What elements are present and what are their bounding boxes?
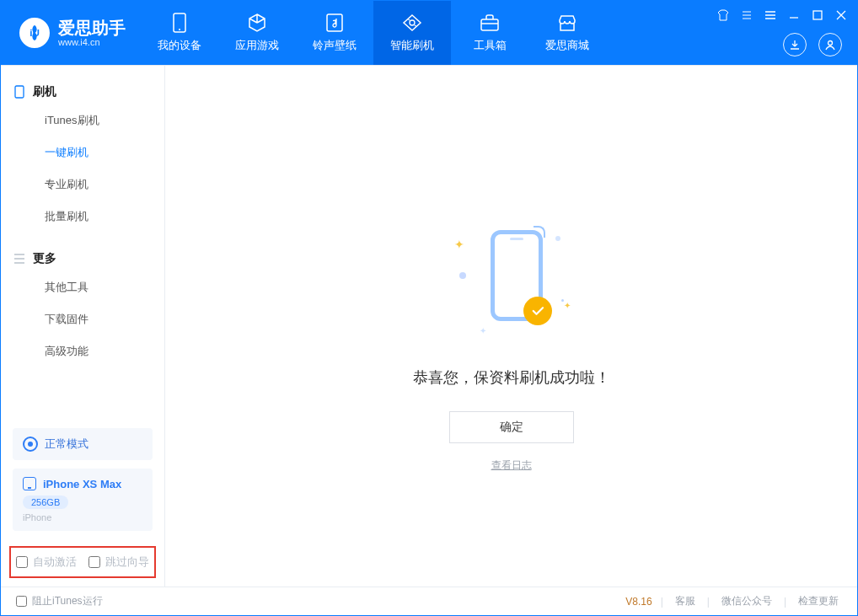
sparkle-icon: ✦ — [480, 326, 486, 335]
tab-label: 爱思商城 — [545, 38, 589, 53]
svg-rect-7 — [15, 86, 24, 98]
tab-my-device[interactable]: 我的设备 — [141, 1, 218, 65]
version-label: V8.16 — [625, 596, 652, 608]
download-icon[interactable] — [783, 33, 807, 56]
window-controls-small — [716, 8, 849, 23]
svg-rect-3 — [327, 14, 342, 31]
checkbox-label: 跳过向导 — [105, 554, 149, 570]
sparkle-icon: ✦ — [454, 238, 464, 251]
main-area: ✦ ✦ ✦ 恭喜您，保资料刷机成功啦！ 确定 查看日志 — [165, 66, 857, 587]
group-title: 更多 — [33, 251, 56, 266]
sidebar-item-onekey-flash[interactable]: 一键刷机 — [1, 137, 164, 169]
separator: | — [707, 596, 710, 608]
device-name: iPhone XS Max — [43, 478, 121, 490]
tab-ringtone-wallpaper[interactable]: 铃声壁纸 — [296, 1, 373, 65]
svg-point-6 — [829, 41, 833, 46]
status-link-support[interactable]: 客服 — [672, 594, 699, 608]
shop-icon — [557, 13, 577, 33]
app-window: iU 爱思助手 www.i4.cn 我的设备 应用游戏 铃声壁纸 智能刷 — [0, 0, 858, 616]
header-actions — [783, 33, 842, 56]
dot-icon — [561, 299, 564, 302]
success-message: 恭喜您，保资料刷机成功啦！ — [413, 367, 610, 388]
dot-icon — [555, 236, 560, 241]
cube-icon — [247, 13, 267, 33]
minimize-icon[interactable] — [786, 8, 802, 23]
sidebar-item-other-tools[interactable]: 其他工具 — [1, 271, 164, 303]
sidebar-item-pro-flash[interactable]: 专业刷机 — [1, 169, 164, 201]
tab-label: 工具箱 — [474, 38, 507, 53]
sidebar-group-more: 更多 — [1, 244, 164, 271]
checkbox-input[interactable] — [16, 556, 28, 568]
tab-label: 智能刷机 — [390, 38, 434, 53]
tab-label: 铃声壁纸 — [313, 38, 357, 53]
user-icon[interactable] — [818, 33, 842, 56]
tab-label: 应用游戏 — [235, 38, 279, 53]
svg-point-2 — [179, 29, 180, 30]
view-log-link[interactable]: 查看日志 — [491, 458, 532, 473]
mode-icon — [23, 437, 38, 452]
confirm-button[interactable]: 确定 — [449, 411, 574, 443]
status-block-itunes[interactable]: 阻止iTunes运行 — [16, 594, 103, 608]
hamburger-icon — [13, 252, 26, 265]
sidebar-scroll: 刷机 iTunes刷机 一键刷机 专业刷机 批量刷机 更多 其他工具 下载固件 … — [1, 66, 164, 428]
close-icon[interactable] — [834, 8, 849, 23]
logo-area: iU 爱思助手 www.i4.cn — [1, 1, 141, 65]
checkbox-input[interactable] — [88, 556, 100, 568]
brand-name: 爱思助手 — [58, 19, 126, 37]
brand-url: www.i4.cn — [58, 37, 126, 47]
tab-smart-flash[interactable]: 智能刷机 — [373, 1, 451, 65]
tab-apps-games[interactable]: 应用游戏 — [218, 1, 296, 65]
options-row: 自动激活 跳过向导 — [9, 546, 156, 578]
mode-label: 正常模式 — [45, 437, 88, 452]
list-icon[interactable] — [739, 8, 754, 23]
success-illustration: ✦ ✦ ✦ — [453, 226, 571, 344]
sidebar-item-batch-flash[interactable]: 批量刷机 — [1, 201, 164, 233]
device-capacity: 256GB — [23, 495, 68, 509]
separator: | — [784, 596, 786, 608]
device-icon — [169, 13, 190, 33]
status-block-itunes-label: 阻止iTunes运行 — [32, 594, 103, 608]
device-box[interactable]: iPhone XS Max 256GB iPhone — [13, 469, 153, 531]
refresh-icon — [402, 13, 422, 33]
svg-rect-5 — [813, 11, 822, 19]
tab-toolbox[interactable]: 工具箱 — [451, 1, 528, 65]
toolbox-icon — [480, 13, 500, 33]
menu-icon[interactable] — [763, 8, 778, 23]
dot-icon — [459, 272, 466, 279]
checkbox-auto-activate[interactable]: 自动激活 — [16, 554, 77, 570]
logo-text: 爱思助手 www.i4.cn — [58, 19, 126, 47]
checkbox-label: 自动激活 — [33, 554, 77, 570]
statusbar: 阻止iTunes运行 V8.16 | 客服 | 微信公众号 | 检查更新 — [1, 587, 857, 615]
phone-small-icon — [13, 85, 26, 99]
svg-rect-4 — [481, 19, 498, 30]
status-link-update[interactable]: 检查更新 — [795, 594, 842, 608]
checkbox-skip-guide[interactable]: 跳过向导 — [88, 554, 149, 570]
sidebar-item-advanced[interactable]: 高级功能 — [1, 335, 164, 367]
sidebar-item-download-firmware[interactable]: 下载固件 — [1, 303, 164, 335]
checkbox-input[interactable] — [16, 596, 27, 607]
device-small-icon — [23, 477, 36, 490]
sidebar: 刷机 iTunes刷机 一键刷机 专业刷机 批量刷机 更多 其他工具 下载固件 … — [1, 66, 165, 587]
tab-store[interactable]: 爱思商城 — [528, 1, 606, 65]
sparkle-icon: ✦ — [564, 301, 571, 310]
maximize-icon[interactable] — [810, 8, 825, 23]
group-title: 刷机 — [33, 84, 56, 99]
main-tabs: 我的设备 应用游戏 铃声壁纸 智能刷机 工具箱 爱思商城 — [141, 1, 606, 65]
status-link-wechat[interactable]: 微信公众号 — [718, 594, 775, 608]
device-type: iPhone — [23, 512, 142, 522]
device-name-row: iPhone XS Max — [23, 477, 142, 490]
check-badge-icon — [523, 297, 552, 325]
separator: | — [661, 596, 663, 608]
shirt-icon[interactable] — [716, 8, 731, 23]
sidebar-item-itunes-flash[interactable]: iTunes刷机 — [1, 104, 164, 137]
sidebar-group-flash: 刷机 — [1, 78, 164, 104]
titlebar: iU 爱思助手 www.i4.cn 我的设备 应用游戏 铃声壁纸 智能刷 — [1, 1, 857, 65]
body: 刷机 iTunes刷机 一键刷机 专业刷机 批量刷机 更多 其他工具 下载固件 … — [1, 65, 857, 587]
mode-box[interactable]: 正常模式 — [13, 428, 153, 460]
svg-text:iU: iU — [29, 27, 40, 38]
logo-icon: iU — [19, 18, 50, 48]
tab-label: 我的设备 — [158, 38, 201, 53]
music-icon — [324, 13, 345, 33]
